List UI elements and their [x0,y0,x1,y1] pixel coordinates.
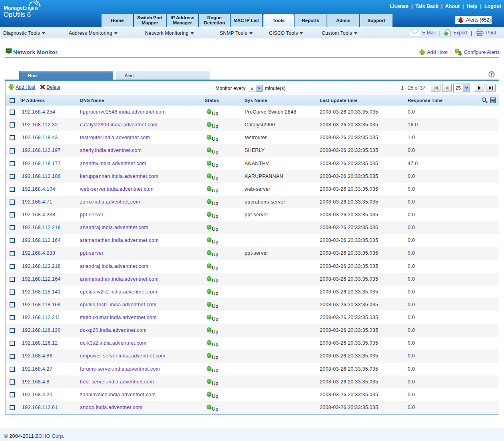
svg-text:?: ? [490,72,493,76]
